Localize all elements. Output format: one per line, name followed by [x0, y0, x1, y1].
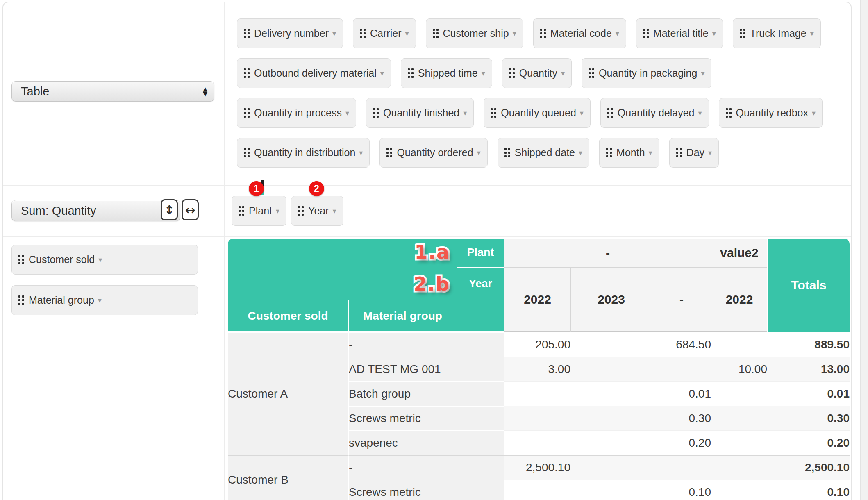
caret-down-icon: ▾ [98, 296, 102, 305]
row-order-button[interactable]: ↕ [161, 199, 178, 220]
drag-handle-icon [589, 68, 594, 78]
row-header-spacer [457, 381, 504, 406]
drag-handle-icon [433, 29, 439, 39]
value-cell [711, 430, 767, 455]
field-pill-customer-sold[interactable]: Customer sold ▾ [11, 245, 198, 275]
pivot-corner: 1.a2.b [228, 239, 457, 300]
field-pill-label: Month [616, 147, 645, 159]
drag-handle-icon [298, 206, 304, 216]
caret-down-icon: ▾ [477, 148, 481, 157]
value-cell [570, 332, 652, 357]
caret-down-icon: ▾ [701, 69, 704, 78]
field-pill-day[interactable]: Day▾ [669, 138, 719, 168]
field-pill-year[interactable]: Year ▾ [291, 196, 343, 226]
field-pill-quantity[interactable]: Quantity▾ [502, 58, 572, 88]
field-pill-quantity-in-process[interactable]: Quantity in process▾ [237, 98, 356, 128]
caret-down-icon: ▾ [649, 148, 652, 157]
aggregator-select-value: Sum: Quantity [21, 204, 96, 218]
row-header-spacer [457, 455, 504, 480]
unused-fields-area: Delivery number▾Carrier▾Customer ship▾Ma… [224, 2, 851, 185]
table-row: Customer B-2,500.102,500.10 [228, 455, 850, 480]
field-pill-delivery-number[interactable]: Delivery number▾ [237, 18, 343, 48]
field-pill-customer-ship[interactable]: Customer ship▾ [426, 18, 523, 48]
value-cell [504, 381, 570, 406]
field-pill-label: Quantity redbox [736, 107, 809, 119]
field-pill-truck-image[interactable]: Truck Image▾ [733, 18, 821, 48]
value-cell [504, 430, 570, 455]
field-pill-quantity-in-packaging[interactable]: Quantity in packaging▾ [582, 58, 711, 88]
field-pill-quantity-ordered[interactable]: Quantity ordered▾ [379, 138, 487, 168]
renderer-select[interactable]: Table ▲▼ [11, 81, 214, 102]
col-group-header: value2 [711, 239, 767, 268]
pivot-table: 1.a2.bPlant-value2TotalsYear20222023-202… [228, 239, 850, 500]
field-pill-plant[interactable]: Plant ▾ [232, 196, 286, 226]
drag-handle-icon [408, 68, 414, 78]
drag-handle-icon [373, 108, 379, 118]
caret-down-icon: ▾ [380, 69, 384, 78]
field-pill-label: Carrier [370, 27, 401, 39]
row-header-spacer [457, 430, 504, 455]
material-group-row-header: AD TEST MG 001 [348, 357, 457, 381]
value-cell: 0.01 [652, 381, 711, 406]
value-cell [711, 455, 767, 480]
material-group-row-header: - [348, 455, 457, 480]
field-pill-quantity-queued[interactable]: Quantity queued▾ [484, 98, 591, 128]
field-pill-label: Customer ship [443, 27, 509, 39]
value-cell: 0.10 [652, 480, 711, 500]
col-order-button[interactable]: ↔ [182, 199, 199, 220]
year-column-header: 2023 [570, 268, 652, 332]
value-cell: 2,500.10 [504, 455, 570, 480]
value-cell [504, 480, 570, 500]
drag-handle-icon [244, 108, 250, 118]
field-pill-shipped-date[interactable]: Shipped date▾ [498, 138, 589, 168]
drag-handle-icon [244, 29, 250, 39]
caret-down-icon: ▾ [698, 109, 702, 118]
caret-down-icon: ▾ [708, 148, 712, 157]
drag-handle-icon [244, 148, 250, 158]
field-pill-outbound-delivery-material[interactable]: Outbound delivery material▾ [237, 58, 391, 88]
material-group-row-header: svapenec [348, 430, 457, 455]
field-pill-material-code[interactable]: Material code▾ [533, 18, 626, 48]
annotation-1a: 1.a [414, 241, 450, 263]
field-pill-label: Outbound delivery material [254, 67, 377, 79]
material-group-row-header: Screws metric [348, 480, 457, 500]
caret-down-icon: ▾ [345, 109, 349, 118]
field-pill-material-group[interactable]: Material group ▾ [11, 285, 198, 315]
value-cell [570, 480, 652, 500]
field-pill-quantity-in-distribution[interactable]: Quantity in distribution▾ [237, 138, 370, 168]
total-cell: 0.20 [767, 430, 850, 455]
field-pill-shipped-time[interactable]: Shipped time▾ [401, 58, 492, 88]
drag-handle-icon [504, 148, 510, 158]
row-header-spacer [457, 357, 504, 381]
total-cell: 889.50 [767, 332, 850, 357]
pivot-builder-container: Table ▲▼ Delivery number▾Carrier▾Custome… [2, 2, 852, 500]
value-cell: 3.00 [504, 357, 570, 381]
field-pill-label: Shipped date [515, 147, 575, 159]
col-group-header: - [504, 239, 711, 268]
field-pill-label: Year [308, 205, 329, 217]
aggregator-select[interactable]: Sum: Quantity ▲▼ [11, 200, 180, 221]
step-badge-1: 1 [249, 181, 264, 196]
field-pill-quantity-delayed[interactable]: Quantity delayed▾ [600, 98, 709, 128]
field-pill-quantity-redbox[interactable]: Quantity redbox▾ [719, 98, 823, 128]
value-cell: 10.00 [711, 357, 767, 381]
field-pill-carrier[interactable]: Carrier▾ [353, 18, 416, 48]
table-row: Customer A-205.00684.50889.50 [228, 332, 850, 357]
drag-handle-icon [607, 108, 613, 118]
field-pill-material-title[interactable]: Material title▾ [636, 18, 723, 48]
renderer-select-value: Table [21, 85, 49, 98]
drag-handle-icon [509, 68, 515, 78]
drag-handle-icon [643, 29, 649, 39]
caret-down-icon: ▾ [580, 109, 584, 118]
value-cell [570, 381, 652, 406]
customer-row-header: Customer A [228, 332, 348, 455]
total-cell: 13.00 [767, 357, 850, 381]
field-pill-quantity-finished[interactable]: Quantity finished▾ [366, 98, 474, 128]
caret-down-icon: ▾ [561, 69, 565, 78]
row-field-header-material-group: Material group [348, 300, 457, 332]
field-pill-month[interactable]: Month▾ [599, 138, 659, 168]
row-field-header-customer-sold: Customer sold [228, 300, 348, 332]
scrollbar-track[interactable] [860, 0, 868, 500]
col-field-label-year: Year [457, 268, 504, 300]
row-header-spacer [457, 406, 504, 430]
